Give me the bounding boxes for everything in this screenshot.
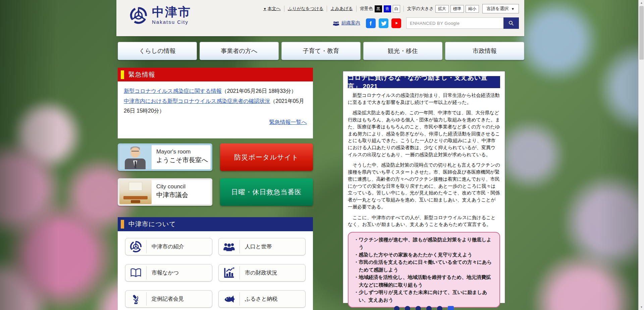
nav-tab-shisei[interactable]: 市政情報 xyxy=(445,42,524,60)
about-title: 中津市について xyxy=(128,220,176,229)
caret-down-icon: ▼ xyxy=(511,7,515,11)
site-logo[interactable]: 中津市 Nakatsu City xyxy=(129,6,191,25)
emergency-link[interactable]: 中津市内における新型コロナウイルス感染症患者の確認状況 xyxy=(124,98,270,104)
pledge-item: ・市民の生活を支えるために日々働いている全ての方々にあらためて感謝しよう xyxy=(354,258,494,273)
city-council-jp: 中津市議会 xyxy=(156,191,211,199)
book-icon xyxy=(125,267,146,279)
people-icon xyxy=(219,242,239,251)
emergency-item: 新型コロナウイルス感染症に関する情報（2021年05月26日 18時33分） xyxy=(124,86,307,96)
utility-bar: ▼ 本文へ ふりがなをつける よみあげる 背景色 黒 青 白 文字の大きさ 拡大… xyxy=(263,4,519,13)
language-select[interactable]: 言語を選択 ▼ xyxy=(482,4,519,13)
about-item-finance[interactable]: 市の財政状況 xyxy=(218,264,306,282)
emergency-link[interactable]: 新型コロナウイルス感染症に関する情報 xyxy=(124,88,222,94)
scroll-down-arrow-icon[interactable]: ▼ xyxy=(639,304,644,310)
scrollbar-thumb[interactable] xyxy=(639,6,644,60)
carousel-dot[interactable] xyxy=(416,306,421,310)
caret-down-icon: ▼ xyxy=(263,7,267,11)
mayor-room-card[interactable]: Mayor's room ようこそ市長室へ xyxy=(118,143,212,171)
facebook-icon[interactable] xyxy=(366,18,376,28)
pledge-box: ・ワクチン接種が進む中、誰もが感染防止対策をより徹底しよう ・感染した方やその家… xyxy=(348,232,500,308)
orange-marker xyxy=(121,220,124,229)
mayor-room-jp: ようこそ市長室へ xyxy=(156,156,211,165)
main-nav: くらしの情報 事業者の方へ 子育て・教育 観光・移住 市政情報 xyxy=(118,42,524,60)
about-item-press[interactable]: 定例記者会見 xyxy=(125,290,212,308)
read-aloud-link[interactable]: よみあげる xyxy=(330,6,353,12)
font-size-label: 文字の大きさ xyxy=(407,6,434,12)
declaration-paragraph: ここに、中津市のすべての人が、新型コロナウイルスに負けることなく、お互いが励まし… xyxy=(348,214,500,228)
search-button[interactable] xyxy=(503,17,519,29)
nav-tab-kanko[interactable]: 観光・移住 xyxy=(363,42,442,60)
page: ▲ ▼ 中津市 Nakatsu City xyxy=(0,0,644,310)
declaration-paragraph: 新型コロナウイルスの感染流行が始まり、日常生活から社会経済活動に至るまで大きな影… xyxy=(348,92,500,106)
header-second-row: 組織案内 xyxy=(332,17,519,29)
carousel-next-button[interactable] xyxy=(448,306,454,310)
microphone-icon xyxy=(125,293,146,305)
bg-color-white-button[interactable]: 白 xyxy=(393,5,400,13)
carousel-dot[interactable] xyxy=(437,306,442,310)
fish-icon xyxy=(219,293,239,305)
declaration-panel: コロナに負けるな「なかつ励まし・支えあい宣言」 2021 新型コロナウイルスの感… xyxy=(343,71,505,303)
youtube-icon[interactable] xyxy=(391,18,401,28)
font-standard-button[interactable]: 標準 xyxy=(450,5,464,13)
emergency-list-link[interactable]: 緊急情報一覧へ xyxy=(269,119,307,125)
city-emblem-icon xyxy=(129,6,148,25)
bg-color-label: 背景色 xyxy=(360,6,373,12)
about-item-shiho[interactable]: 市報なかつ xyxy=(125,264,212,282)
about-header: 中津市について xyxy=(118,217,313,231)
site-header: 中津市 Nakatsu City ▼ 本文へ ふりがなをつける よみあげる 背景… xyxy=(116,0,524,36)
about-body: 中津市の紹介 人口と世帯 xyxy=(118,231,313,310)
divider xyxy=(356,6,357,12)
emergency-body: 新型コロナウイルス感染症に関する情報（2021年05月26日 18時33分） 中… xyxy=(118,81,313,138)
carousel-dot[interactable] xyxy=(426,306,432,310)
declaration-paragraph: そうした中、感染防止対策の現時点での切り札とも言えるワクチンの接種を県内でいち早… xyxy=(348,162,500,210)
nav-tab-kosodate[interactable]: 子育て・教育 xyxy=(281,42,361,60)
bg-color-blue-button[interactable]: 青 xyxy=(384,5,391,12)
emergency-header: 緊急情報 xyxy=(118,68,313,81)
pledge-item: ・少しずつ明りが見えてきた未来に向けて、互いに励ましあい、支えあおう xyxy=(354,289,494,304)
about-item-furusato[interactable]: ふるさと納税 xyxy=(218,290,306,308)
emergency-doctor-button[interactable]: 日曜・休日救急当番医 xyxy=(220,178,313,206)
carousel-pagination xyxy=(343,306,505,310)
skip-to-content-link[interactable]: ▼ 本文へ xyxy=(263,6,281,12)
mayor-room-en: Mayor's room xyxy=(156,148,211,155)
about-item-introduction[interactable]: 中津市の紹介 xyxy=(125,238,212,255)
mayor-photo xyxy=(119,145,152,169)
emergency-item: 中津市内における新型コロナウイルス感染症患者の確認状況（2021年05月26日 … xyxy=(124,96,307,116)
nav-tab-kurashi[interactable]: くらしの情報 xyxy=(118,42,197,60)
scroll-up-arrow-icon[interactable]: ▲ xyxy=(639,0,644,6)
city-council-card[interactable]: City council 中津市議会 xyxy=(118,178,212,206)
font-shrink-button[interactable]: 縮小 xyxy=(466,5,479,13)
scrollbar[interactable]: ▲ ▼ xyxy=(638,0,644,310)
council-photo xyxy=(119,180,152,204)
carousel-dot[interactable] xyxy=(394,306,399,310)
declaration-title: コロナに負けるな「なかつ励まし・支えあい宣言」 2021 xyxy=(348,76,500,88)
emergency-title: 緊急情報 xyxy=(128,70,155,79)
furigana-link[interactable]: ふりがなをつける xyxy=(288,6,323,12)
declaration-text: 新型コロナウイルスの感染流行が始まり、日常生活から社会経済活動に至るまで大きな影… xyxy=(348,92,500,228)
site-title: 中津市 xyxy=(152,6,191,18)
pledge-item: ・地域経済を活性化し、地域活動を維持するため、地元消費拡大などに積極的に取り組も… xyxy=(354,273,494,289)
emergency-more-row: 緊急情報一覧へ xyxy=(124,117,307,127)
city-council-en: City council xyxy=(156,183,211,190)
search-icon xyxy=(508,20,515,26)
site-subtitle: Nakatsu City xyxy=(152,19,191,25)
twitter-icon[interactable] xyxy=(379,18,388,28)
divider xyxy=(404,6,404,12)
carousel-dot[interactable] xyxy=(405,306,410,310)
declaration-paragraph: 感染拡大防止を図るため、この一年間、中津市では、国、大分県など行政はもちろん、あ… xyxy=(348,110,500,158)
organization-link[interactable]: 組織案内 xyxy=(332,20,360,26)
divider xyxy=(284,6,284,12)
city-emblem-icon xyxy=(125,240,146,253)
pledge-item: ・感染した方やその家族をあたたかく見守り支えよう xyxy=(354,251,494,258)
divider xyxy=(327,6,327,12)
people-icon xyxy=(332,21,340,26)
font-enlarge-button[interactable]: 拡大 xyxy=(435,5,449,13)
search-input[interactable] xyxy=(406,17,503,29)
disaster-portal-button[interactable]: 防災ポータルサイト xyxy=(220,143,313,171)
about-item-population[interactable]: 人口と世帯 xyxy=(218,238,306,255)
bg-color-black-button[interactable]: 黒 xyxy=(375,5,382,12)
pledge-item: ・ワクチン接種が進む中、誰もが感染防止対策をより徹底しよう xyxy=(354,236,494,251)
nav-tab-jigyosha[interactable]: 事業者の方へ xyxy=(200,42,279,60)
yellow-marker xyxy=(121,70,124,79)
emergency-date: （2021年05月26日 18時33分） xyxy=(222,88,297,94)
